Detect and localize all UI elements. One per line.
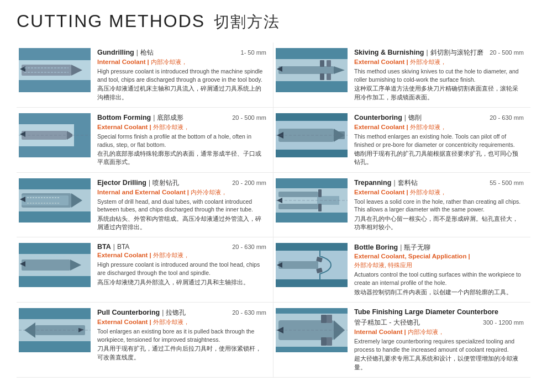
method-desc-cn: 系统由钻头、外管和内管组成。高压冷却液通过外管流入，碎屑通过内管排出。: [97, 215, 266, 231]
coolant-cn: 外部冷却液，: [153, 251, 190, 259]
method-name-en: Counterboring: [354, 114, 402, 121]
method-desc-en: This method enlarges an existing hole. T…: [354, 133, 524, 149]
method-desc-en: This method uses skiving knives to cut t…: [354, 67, 524, 83]
method-range: 20 - 500 mm: [232, 114, 266, 121]
method-desc-cn: 锪削用于现有孔的扩孔刀具能根据直径要求扩孔，也可同心预钻孔。: [354, 150, 524, 166]
tool-image-tube-finishing: [276, 308, 348, 352]
method-text-trepanning: Trepanning|套料钻55 - 500 mmExternal Coolan…: [354, 178, 524, 232]
coolant-line: External Coolant, Special Application|外部…: [354, 253, 524, 269]
coolant-line: External Coolant|外部冷却液，: [354, 123, 524, 131]
method-separator: |: [153, 114, 155, 121]
method-desc-cn: 这种双工序单道方法使用多块刀片精确切割表面直径，滚轮采用冷作加工，形成镜面表面。: [354, 84, 524, 101]
method-desc-cn: 高压冷却液通过机床主轴和刀具流入，碎屑通过刀具系统上的沟槽排出。: [97, 84, 266, 101]
svg-rect-22: [19, 146, 74, 157]
method-item-ejector: Ejector Drilling|喷射钻孔20 - 200 mmInternal…: [17, 173, 274, 238]
tool-image-counterboring: [276, 113, 348, 157]
coolant-cn: 内外冷却液，: [191, 188, 227, 197]
method-header-bottom-forming: Bottom Forming|底部成形20 - 500 mm: [97, 113, 266, 123]
method-desc-cn: 刀具在孔的中心留一根实心，而不是形成碎屑。钻孔直径大，功率相对较小。: [354, 215, 524, 231]
method-name-cn: 管子精加工 - 大径锪孔: [354, 318, 420, 327]
method-name-en: Tube Finishing Large Diameter Counterbor…: [354, 308, 498, 316]
svg-rect-70: [276, 279, 348, 287]
coolant-separator: |: [406, 189, 408, 195]
method-text-tube-finishing: Tube Finishing Large Diameter Counterbor…: [354, 308, 524, 372]
method-desc-cn: 超大径锪孔要求专用工具系统和设计，以便管理增加的冷却液量。: [354, 354, 524, 371]
method-header-pull-counterboring: Pull Counterboring|拉锪孔20 - 630 mm: [97, 308, 266, 317]
method-text-ejector: Ejector Drilling|喷射钻孔20 - 200 mmInternal…: [97, 178, 266, 232]
methods-grid: Gundrilling|枪钻1- 50 mmInternal Coolant|内…: [17, 43, 530, 378]
method-separator: |: [113, 243, 115, 251]
coolant-en: External Coolant: [97, 252, 148, 258]
method-separator: |: [149, 179, 150, 187]
page: CUTTING METHODS 切割方法 Gundrilling|枪钻1- 50…: [0, 0, 547, 392]
method-separator: |: [400, 243, 402, 251]
svg-rect-31: [276, 150, 348, 157]
method-range: 20 - 630 mm: [232, 243, 266, 250]
method-text-gundrilling: Gundrilling|枪钻1- 50 mmInternal Coolant|内…: [97, 48, 266, 102]
svg-rect-90: [321, 337, 327, 346]
coolant-cn: 内部冷却液，: [408, 328, 444, 336]
coolant-cn: 外部冷却液，: [410, 188, 446, 197]
svg-rect-89: [321, 315, 327, 323]
method-name-en: Bottom Forming: [97, 114, 151, 121]
coolant-cn: 外部冷却液，: [153, 123, 190, 131]
coolant-line: External Coolant|外部冷却液，: [97, 123, 266, 131]
method-item-gundrilling: Gundrilling|枪钻1- 50 mmInternal Coolant|内…: [17, 43, 274, 108]
coolant-cn: 外部冷却液, 特殊应用: [354, 261, 412, 269]
method-item-skiving: Skiving & Burnishing|斜切割与滚轮打磨20 - 500 mm…: [274, 43, 530, 108]
svg-rect-72: [278, 261, 318, 269]
method-range: 20 - 630 mm: [232, 309, 266, 316]
coolant-en: External Coolant: [97, 319, 148, 325]
method-separator: |: [426, 49, 428, 56]
tool-image-bottom-forming: [19, 113, 91, 157]
coolant-separator: |: [404, 329, 406, 335]
tool-image-gundrilling: [19, 48, 91, 92]
coolant-separator: |: [468, 253, 470, 259]
method-name-en: Skiving & Burnishing: [354, 49, 424, 56]
svg-rect-49: [276, 178, 348, 188]
method-header-counterboring: Counterboring|锪削20 - 630 mm: [354, 113, 524, 123]
method-text-bottom-forming: Bottom Forming|底部成形20 - 500 mmExternal C…: [97, 113, 266, 167]
svg-rect-60: [19, 243, 91, 254]
tool-image-skiving: [276, 48, 348, 92]
svg-rect-91: [327, 315, 332, 323]
method-range: 300 - 1200 mm: [483, 319, 524, 326]
tool-image-bottle-boring: [276, 243, 348, 287]
svg-rect-14: [320, 60, 324, 67]
method-name-cn: 斜切割与滚轮打磨: [430, 48, 483, 57]
svg-rect-92: [327, 337, 332, 346]
method-range: 20 - 200 mm: [232, 179, 266, 186]
tool-image-ejector: [19, 178, 91, 223]
coolant-line: Internal Coolant|内部冷却液，: [97, 58, 266, 66]
method-name-en: BTA: [97, 243, 111, 251]
method-name-en: Bottle Boring: [354, 243, 398, 251]
svg-rect-30: [276, 113, 348, 121]
svg-rect-2: [19, 80, 91, 92]
method-text-bta: BTA|BTA20 - 630 mmExternal Coolant|外部冷却液…: [97, 243, 266, 287]
page-title: CUTTING METHODS 切割方法: [17, 11, 530, 33]
method-desc-en: Special forms finish a profile at the bo…: [97, 133, 266, 149]
method-desc-en: Tool enlarges an existing bore as it is …: [97, 327, 266, 343]
method-desc-en: High pressure coolant is introduced arou…: [97, 261, 266, 277]
coolant-separator: |: [149, 319, 151, 325]
coolant-separator: |: [406, 124, 408, 130]
method-name-en: Ejector Drilling: [97, 179, 146, 187]
coolant-line: Internal Coolant|内部冷却液，: [354, 328, 524, 336]
method-separator: |: [393, 179, 395, 187]
svg-rect-43: [22, 195, 69, 205]
svg-rect-56: [318, 204, 322, 211]
method-header-gundrilling: Gundrilling|枪钻1- 50 mm: [97, 48, 266, 57]
coolant-line: Internal and External Coolant|内外冷却液，: [97, 188, 266, 197]
svg-rect-50: [276, 213, 348, 223]
coolant-en: External Coolant: [354, 124, 404, 130]
coolant-line: External Coolant|外部冷却液，: [97, 251, 266, 259]
svg-rect-17: [327, 73, 331, 80]
method-item-bottle-boring: Bottle Boring|瓶子无聊External Coolant, Spec…: [274, 237, 530, 303]
method-header-tube-finishing: Tube Finishing Large Diameter Counterbor…: [354, 308, 524, 327]
method-name-cn: 拉锪孔: [166, 308, 186, 317]
svg-rect-40: [19, 211, 91, 223]
method-text-skiving: Skiving & Burnishing|斜切割与滚轮打磨20 - 500 mm…: [354, 48, 524, 102]
method-name-en: Gundrilling: [97, 49, 134, 56]
coolant-cn: 内部冷却液，: [151, 58, 187, 66]
method-name-cn: 喷射钻孔: [152, 178, 179, 188]
